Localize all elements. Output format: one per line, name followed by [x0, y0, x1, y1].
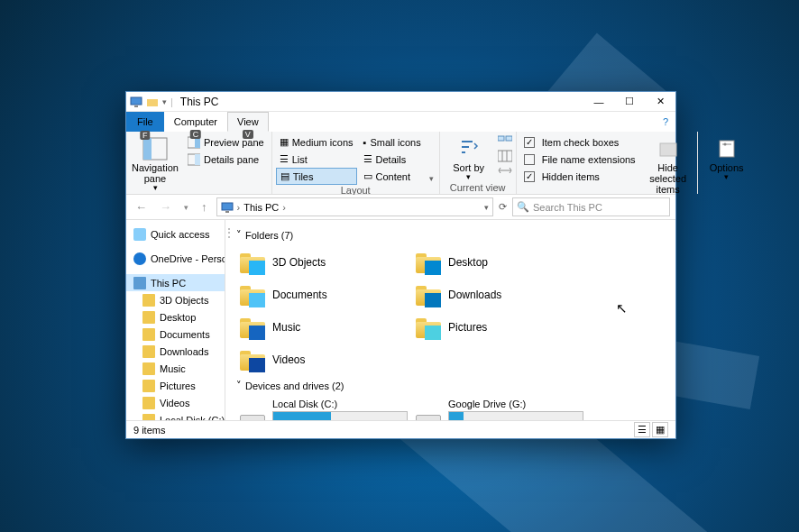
breadcrumb-separator[interactable]: ›	[282, 202, 286, 213]
tab-computer[interactable]: ComputerC	[164, 112, 227, 132]
search-box[interactable]: 🔍 Search This PC	[512, 197, 670, 216]
drive-tile[interactable]: Local Disk (C:)265 GB free of 465 GB	[236, 397, 412, 420]
tree-item-label: Music	[160, 363, 186, 374]
tab-file[interactable]: FileF	[126, 112, 164, 132]
sort-by-button[interactable]: Sort by ▾	[444, 133, 494, 182]
tree-item[interactable]: Documents	[126, 326, 225, 343]
layout-more-icon[interactable]: ▾	[427, 172, 436, 185]
tab-view[interactable]: ViewV	[227, 112, 269, 132]
folder-tile[interactable]: Pictures	[412, 311, 588, 344]
item-check-boxes-toggle[interactable]: ✓Item check boxes	[520, 133, 639, 151]
svg-point-17	[723, 143, 726, 146]
size-columns-icon[interactable]	[498, 164, 512, 177]
keytip-file: F	[140, 131, 151, 140]
tree-item[interactable]: Desktop	[126, 308, 225, 326]
tree-item-label: Documents	[160, 329, 210, 340]
layout-content[interactable]: ▭Content	[360, 168, 425, 185]
folder-tile[interactable]: 3D Objects	[236, 246, 412, 279]
hidden-items-toggle[interactable]: ✓Hidden items	[520, 168, 639, 185]
window-title: This PC	[180, 96, 219, 108]
tree-item[interactable]: Downloads	[126, 343, 225, 360]
address-box[interactable]: › This PC › ▾	[216, 197, 494, 216]
drive-tile[interactable]: Google Drive (G:)13.4 GB free of 15.0 GB	[412, 397, 588, 420]
titlebar[interactable]: ▾ | This PC — ☐ ✕	[126, 92, 675, 112]
drive-name: Local Disk (C:)	[272, 399, 410, 409]
add-columns-icon[interactable]	[498, 150, 512, 162]
minimize-button[interactable]: —	[583, 92, 614, 112]
layout-medium-icons[interactable]: ▦Medium icons	[276, 133, 357, 151]
fold-icon	[142, 311, 155, 324]
details-pane-button[interactable]: Details pane	[184, 151, 268, 168]
options-button[interactable]: Options ▾	[702, 133, 752, 182]
tree-item[interactable]: 3D Objects	[126, 291, 225, 308]
fold-icon	[142, 380, 155, 392]
splitter[interactable]: ⋮	[225, 220, 233, 420]
drive-icon	[414, 399, 443, 420]
refresh-button[interactable]: ⟳	[499, 201, 507, 213]
breadcrumb-this-pc[interactable]: This PC	[243, 202, 279, 213]
folder-icon[interactable]	[146, 96, 159, 108]
back-button[interactable]: ←	[132, 200, 151, 214]
tree-item-label: This PC	[151, 278, 186, 289]
tree-item[interactable]: Pictures	[126, 377, 225, 394]
item-count: 9 items	[133, 425, 165, 436]
svg-rect-18	[222, 203, 233, 210]
chevron-down-icon: ˅	[236, 229, 242, 241]
navigation-tree[interactable]: Quick accessOneDrive - PersonThis PC3D O…	[126, 220, 225, 420]
details-view-button[interactable]: ☰	[634, 422, 650, 437]
maximize-button[interactable]: ☐	[614, 92, 645, 112]
tree-item[interactable]: Local Disk (C:)	[126, 411, 225, 420]
status-bar: 9 items ☰ ▦	[126, 420, 675, 438]
breadcrumb-separator[interactable]: ›	[237, 202, 241, 213]
search-placeholder: Search This PC	[533, 202, 602, 213]
folder-name: Desktop	[448, 256, 488, 269]
drive-name: Google Drive (G:)	[448, 399, 586, 409]
group-by-icon[interactable]	[498, 135, 512, 148]
fold-icon	[142, 397, 155, 409]
folder-tile[interactable]: Videos	[236, 344, 412, 376]
close-button[interactable]: ✕	[645, 92, 675, 112]
tree-item[interactable]: Music	[126, 360, 225, 377]
hide-icon	[655, 135, 682, 162]
qat-dropdown-icon[interactable]: ▾	[162, 97, 167, 106]
folder-icon	[238, 248, 267, 277]
folder-name: Videos	[272, 353, 305, 366]
dropdown-icon: ▾	[724, 173, 729, 182]
folder-name: Documents	[272, 289, 327, 301]
tree-item[interactable]: This PC	[126, 274, 225, 291]
folder-tile[interactable]: Desktop	[412, 246, 588, 279]
folder-name: Music	[272, 321, 300, 334]
tree-item[interactable]: Quick access	[126, 225, 225, 243]
tree-item-label: Videos	[160, 398, 189, 408]
group-header-folders[interactable]: ˅Folders (7)	[236, 229, 672, 241]
recent-locations-button[interactable]: ▾	[180, 203, 192, 212]
checkbox-unchecked-icon	[524, 154, 535, 165]
help-button[interactable]: ?	[656, 112, 675, 132]
folder-tile[interactable]: Documents	[236, 279, 412, 311]
file-name-extensions-toggle[interactable]: File name extensions	[520, 151, 639, 168]
layout-list[interactable]: ☰List	[276, 151, 357, 168]
layout-tiles[interactable]: ▤Tiles	[276, 168, 357, 185]
details-icon: ☰	[363, 153, 372, 165]
tree-item-label: Pictures	[160, 381, 196, 391]
star-icon	[133, 228, 146, 241]
fold-icon	[142, 294, 155, 307]
large-icons-view-button[interactable]: ▦	[652, 422, 668, 437]
group-header-drives[interactable]: ˅Devices and drives (2)	[236, 380, 672, 391]
tree-item[interactable]: OneDrive - Person	[126, 250, 225, 267]
forward-button[interactable]: →	[156, 200, 175, 214]
tree-item[interactable]: Videos	[126, 394, 225, 411]
up-button[interactable]: ↑	[197, 200, 211, 214]
checkbox-checked-icon: ✓	[524, 137, 535, 148]
address-dropdown-icon[interactable]: ▾	[484, 203, 489, 212]
layout-small-icons[interactable]: ▪Small icons	[360, 133, 425, 151]
search-icon: 🔍	[517, 201, 529, 213]
ribbon-group-panes: Navigation pane ▾ Preview pane Details p…	[126, 132, 272, 194]
folder-tile[interactable]: Music	[236, 311, 412, 344]
layout-details[interactable]: ☰Details	[360, 151, 425, 168]
navigation-pane-button[interactable]: Navigation pane ▾	[130, 133, 180, 193]
svg-rect-4	[143, 138, 152, 160]
content-area[interactable]: ˅Folders (7) 3D ObjectsDesktopDocumentsD…	[233, 220, 675, 420]
folder-tile[interactable]: Downloads	[412, 279, 588, 311]
ribbon-group-layout: ▦Medium icons ☰List ▤Tiles ▪Small icons …	[272, 132, 440, 194]
